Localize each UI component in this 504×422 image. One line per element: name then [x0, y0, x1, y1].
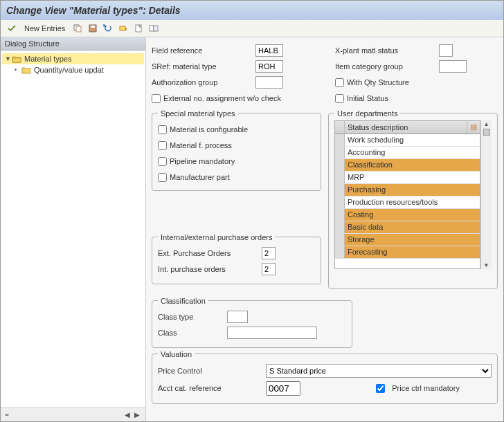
- class-type-input[interactable]: [227, 311, 248, 323]
- table-row[interactable]: Accounting: [335, 147, 480, 159]
- item-category-group-label: Item category group: [335, 62, 439, 71]
- material-configurable-label: Material is configurable: [170, 125, 248, 134]
- table-scrollbar[interactable]: ▲ ▼: [480, 120, 492, 269]
- tree-item-label: Quantity/value updat: [34, 66, 104, 74]
- status-description-header[interactable]: Status description: [345, 121, 467, 134]
- ext-purchase-input[interactable]: [262, 247, 276, 259]
- row-handle-icon[interactable]: [335, 147, 345, 158]
- manufacturer-part-checkbox[interactable]: [158, 173, 167, 182]
- row-handle-icon[interactable]: [335, 196, 345, 208]
- tree-item-material-types[interactable]: ▼ Material types: [2, 53, 144, 64]
- row-handle-icon[interactable]: [335, 221, 345, 233]
- pipeline-mandatory-checkbox[interactable]: [158, 157, 167, 166]
- row-handle-icon[interactable]: [335, 234, 345, 246]
- price-ctrl-mandatory-checkbox[interactable]: [376, 384, 385, 393]
- row-handle-icon[interactable]: [335, 209, 345, 221]
- svg-rect-6: [150, 26, 154, 31]
- xplant-status-label: X-plant matl status: [335, 46, 439, 55]
- pipeline-mandatory-label: Pipeline mandatory: [170, 157, 235, 165]
- toolbar: New Entries: [1, 20, 503, 37]
- item-category-group-input[interactable]: [439, 60, 467, 73]
- material-process-checkbox[interactable]: [158, 141, 167, 150]
- transport-icon[interactable]: [118, 23, 129, 34]
- with-qty-checkbox[interactable]: [335, 78, 344, 87]
- new-icon[interactable]: [133, 23, 144, 34]
- page-title: Change View "Material types": Details: [1, 1, 503, 20]
- svg-rect-4: [120, 26, 125, 30]
- table-row[interactable]: Storage: [335, 234, 480, 246]
- table-row[interactable]: Basic data: [335, 221, 480, 234]
- save-icon[interactable]: [87, 23, 98, 34]
- svg-rect-7: [154, 26, 158, 31]
- user-departments-table[interactable]: Status description ▦ Work schedulingAcco…: [334, 120, 480, 269]
- price-control-label: Price Control: [158, 367, 262, 375]
- copy-icon[interactable]: [72, 23, 83, 34]
- right-arrow-icon[interactable]: ▶: [133, 411, 141, 419]
- classification-title: Classification: [158, 297, 208, 305]
- new-entries-button[interactable]: New Entries: [21, 24, 68, 33]
- sidebar-footer: ▪▪▪▪▪ ◀ ▶: [1, 407, 145, 421]
- external-no-checkbox[interactable]: [152, 94, 161, 103]
- valuation-group: Valuation Price Control S Standard price…: [152, 354, 498, 404]
- left-arrow-icon[interactable]: ◀: [123, 411, 132, 419]
- ext-purchase-label: Ext. Purchase Orders: [158, 249, 262, 257]
- class-type-label: Class type: [158, 313, 227, 321]
- initial-status-checkbox[interactable]: [335, 94, 344, 103]
- undo-icon[interactable]: [102, 23, 114, 34]
- row-handle-icon[interactable]: [335, 184, 345, 196]
- valuation-title: Valuation: [158, 350, 195, 358]
- material-process-label: Material f. process: [170, 141, 232, 149]
- table-row[interactable]: Classification: [335, 159, 480, 172]
- price-control-select[interactable]: S Standard price: [266, 364, 492, 378]
- row-handle-icon[interactable]: [335, 134, 345, 146]
- row-cell: Classification: [345, 159, 480, 171]
- int-purchase-input[interactable]: [262, 263, 276, 275]
- row-handle-icon[interactable]: [335, 246, 345, 258]
- external-no-label: External no. assignment w/o check: [163, 94, 281, 102]
- field-reference-input[interactable]: [255, 44, 283, 57]
- tree-item-quantity-value[interactable]: • Quantity/value updat: [2, 64, 144, 75]
- class-input[interactable]: [227, 327, 317, 339]
- svg-rect-1: [76, 26, 81, 32]
- sref-material-type-input[interactable]: [255, 60, 283, 73]
- user-departments-title: User departments: [334, 109, 400, 118]
- folder-open-icon: [12, 55, 21, 63]
- xplant-status-input[interactable]: [439, 44, 453, 57]
- authorization-group-label: Authorization group: [152, 78, 255, 86]
- scroll-thumb[interactable]: [483, 129, 490, 136]
- scroll-up-icon[interactable]: ▲: [484, 120, 489, 128]
- grip-icon[interactable]: ▪▪▪▪▪: [5, 412, 8, 418]
- classification-group: Classification Class type Class: [152, 300, 352, 348]
- dialog-structure-header: Dialog Structure: [1, 37, 145, 51]
- table-row[interactable]: MRP: [335, 172, 480, 184]
- row-cell: Accounting: [345, 147, 480, 158]
- tree-bullet-icon: •: [15, 66, 21, 73]
- tree-toggle-icon[interactable]: ▼: [5, 55, 12, 62]
- authorization-group-input[interactable]: [255, 76, 283, 89]
- special-material-types-group: Special material types Material is confi…: [152, 113, 321, 191]
- row-handle-icon[interactable]: [335, 159, 345, 171]
- table-row[interactable]: Work scheduling: [335, 134, 480, 147]
- scroll-down-icon[interactable]: ▼: [484, 262, 489, 269]
- row-cell: Purchasing: [345, 184, 480, 196]
- check-icon[interactable]: [6, 23, 17, 34]
- special-material-types-title: Special material types: [158, 109, 238, 118]
- table-config-icon[interactable]: ▦: [467, 121, 480, 134]
- svg-rect-3: [91, 26, 95, 28]
- sref-material-type-label: SRef: material type: [152, 62, 255, 71]
- row-cell: Storage: [345, 234, 480, 246]
- material-configurable-checkbox[interactable]: [158, 125, 167, 134]
- table-row[interactable]: Costing: [335, 209, 480, 221]
- acct-cat-reference-input[interactable]: [266, 381, 300, 396]
- field-reference-label: Field reference: [152, 46, 255, 55]
- initial-status-label: Initial Status: [347, 94, 388, 102]
- table-row[interactable]: Forecasting: [335, 246, 480, 259]
- with-qty-label: With Qty Structure: [347, 78, 409, 86]
- table-row[interactable]: Production resources/tools: [335, 196, 480, 209]
- table-row[interactable]: Purchasing: [335, 184, 480, 196]
- folder-closed-icon: [21, 66, 31, 74]
- appmenu-icon[interactable]: [148, 23, 159, 34]
- manufacturer-part-label: Manufacturer part: [170, 173, 230, 181]
- dialog-structure-tree[interactable]: ▼ Material types • Quantity/value updat: [1, 51, 145, 407]
- row-handle-icon[interactable]: [335, 172, 345, 183]
